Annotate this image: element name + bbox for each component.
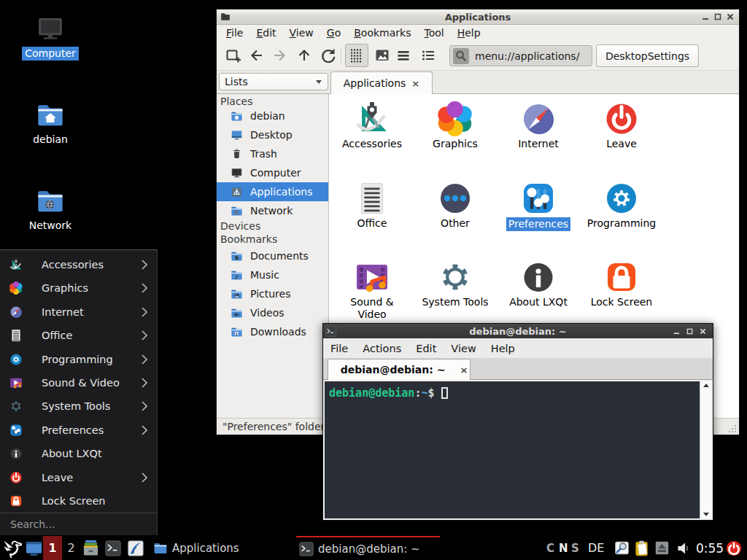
terminal-tab[interactable]: debian@debian: ~ × xyxy=(328,359,471,380)
tray-screenshot-button[interactable] xyxy=(614,536,630,560)
menu-item-system-tools[interactable]: System Tools xyxy=(0,394,157,418)
sidebar-item-downloads[interactable]: Downloads xyxy=(217,322,328,341)
sidebar-item-music[interactable]: Music xyxy=(217,265,328,284)
tab-applications[interactable]: Applications × xyxy=(330,71,433,94)
fm-menu-file[interactable]: File xyxy=(220,26,249,40)
scroll-up-icon[interactable] xyxy=(703,384,709,387)
app-item-accessories[interactable]: Accessories xyxy=(330,98,414,178)
sidebar-item-applications[interactable]: Applications xyxy=(217,182,328,201)
kbd-indicator-num[interactable]: N xyxy=(559,536,568,560)
menu-item-office[interactable]: Office xyxy=(0,324,157,347)
menu-item-graphics[interactable]: Graphics xyxy=(0,276,157,300)
menu-item-internet[interactable]: Internet xyxy=(0,300,157,324)
app-item-leave[interactable]: Leave xyxy=(580,98,663,178)
sidebar-item-trash[interactable]: Trash xyxy=(217,144,328,163)
term-menu-file[interactable]: File xyxy=(323,341,355,357)
desktop-settings-button[interactable]: DesktopSettings xyxy=(596,44,699,67)
tray-removable-media-button[interactable] xyxy=(655,536,669,560)
keyboard-layout-indicator[interactable]: DE xyxy=(588,536,604,560)
desktop-icon-debian[interactable]: debian xyxy=(15,101,85,147)
app-item-graphics[interactable]: Graphics xyxy=(414,98,497,178)
fm-titlebar[interactable]: Applications xyxy=(217,9,739,25)
quicklaunch-featherpad[interactable] xyxy=(128,536,144,560)
app-item-programming[interactable]: Programming xyxy=(580,178,663,257)
path-bar[interactable]: menu://applications/ xyxy=(449,45,592,66)
quicklaunch-file-manager[interactable] xyxy=(82,536,99,560)
desktop-icon-network[interactable]: Network xyxy=(15,187,85,233)
term-menu-actions[interactable]: Actions xyxy=(355,341,409,357)
menu-item-leave[interactable]: Leave xyxy=(0,466,157,489)
menu-item-accessories[interactable]: Accessories xyxy=(0,253,157,276)
up-button[interactable] xyxy=(293,44,315,66)
menu-search-input[interactable]: Search... xyxy=(0,513,157,535)
quicklaunch-terminal[interactable] xyxy=(105,536,121,560)
menu-item-sound-video[interactable]: Sound & Video xyxy=(0,371,157,394)
menu-item-programming[interactable]: Programming xyxy=(0,348,157,371)
sidebar-mode-combo[interactable]: Lists xyxy=(219,73,328,90)
workspace-2-button[interactable]: 2 xyxy=(62,536,80,560)
sidebar-item-network[interactable]: Network xyxy=(217,201,328,220)
about-icon xyxy=(9,447,23,460)
task-button-applications[interactable]: Applications xyxy=(150,536,293,560)
terminal-console[interactable]: debian@debian:~$ xyxy=(325,381,700,518)
close-icon[interactable] xyxy=(727,13,734,20)
start-menu-button[interactable] xyxy=(2,536,22,560)
app-item-internet[interactable]: Internet xyxy=(497,98,580,178)
preferences-icon xyxy=(9,424,23,437)
sidebar-item-pictures[interactable]: Pictures xyxy=(217,284,328,303)
desktop-switcher-icon[interactable] xyxy=(26,536,42,560)
fm-menu-go[interactable]: Go xyxy=(320,26,347,40)
tab-close-icon[interactable]: × xyxy=(460,365,468,376)
workspace-1-button[interactable]: 1 xyxy=(43,536,62,560)
detailed-view-button[interactable] xyxy=(417,44,439,66)
terminal-scrollbar[interactable] xyxy=(700,381,711,518)
app-item-office[interactable]: Office xyxy=(330,178,414,257)
tray-volume-button[interactable] xyxy=(676,536,691,560)
menu-item-lock-screen[interactable]: Lock Screen xyxy=(0,489,157,513)
icon-view-button[interactable] xyxy=(345,44,368,67)
maximize-icon[interactable] xyxy=(686,328,693,335)
term-menu-edit[interactable]: Edit xyxy=(409,341,444,357)
leave-icon xyxy=(9,471,23,484)
refresh-button[interactable] xyxy=(317,44,339,66)
menu-item-preferences[interactable]: Preferences xyxy=(0,419,157,442)
app-item-preferences[interactable]: Preferences xyxy=(497,178,580,257)
term-menu-help[interactable]: Help xyxy=(484,341,522,357)
app-item-other[interactable]: Other xyxy=(414,178,497,257)
sidebar-item-debian[interactable]: debian xyxy=(217,106,328,125)
term-menu-view[interactable]: View xyxy=(444,341,483,357)
taskbar-clock[interactable]: 0:55 xyxy=(696,536,724,560)
thumbnail-view-button[interactable] xyxy=(371,44,393,66)
new-tab-button[interactable] xyxy=(222,44,244,66)
tab-close-icon[interactable]: × xyxy=(411,78,419,89)
fm-menu-help[interactable]: Help xyxy=(451,26,487,40)
maximize-icon[interactable] xyxy=(714,13,721,20)
desktop-icon-computer[interactable]: Computer xyxy=(15,15,85,61)
terminal-titlebar[interactable]: debian@debian: ~ xyxy=(323,324,713,338)
compact-view-button[interactable] xyxy=(392,44,414,66)
sidebar-item-computer[interactable]: Computer xyxy=(217,163,328,182)
taskbar-leave-button[interactable] xyxy=(726,536,742,560)
fm-menu-tool[interactable]: Tool xyxy=(417,26,450,40)
minimize-icon[interactable] xyxy=(702,13,709,20)
prompt-user: debian@debian xyxy=(329,386,414,400)
minimize-icon[interactable] xyxy=(673,328,680,335)
folder-network-icon xyxy=(231,205,243,217)
forward-button[interactable] xyxy=(268,44,290,66)
sidebar-item-videos[interactable]: Videos xyxy=(217,303,328,322)
tray-clipboard-button[interactable] xyxy=(634,536,650,560)
menu-item-about-lxqt[interactable]: About LXQt xyxy=(0,442,157,465)
scroll-down-icon[interactable] xyxy=(703,513,709,516)
lock-screen-icon xyxy=(604,260,639,295)
sidebar-item-documents[interactable]: Documents xyxy=(217,246,328,265)
fm-menu-edit[interactable]: Edit xyxy=(249,26,282,40)
fm-menu-view[interactable]: View xyxy=(283,26,320,40)
task-button-terminal[interactable]: debian@debian: ~ xyxy=(296,536,440,560)
fm-menu-bookmarks[interactable]: Bookmarks xyxy=(347,26,417,40)
resize-grip-icon[interactable] xyxy=(727,424,737,434)
kbd-indicator-scroll[interactable]: S xyxy=(571,536,579,560)
sidebar-item-desktop[interactable]: Desktop xyxy=(217,125,328,144)
back-button[interactable] xyxy=(246,44,268,66)
kbd-indicator-caps[interactable]: C xyxy=(546,536,554,560)
close-icon[interactable] xyxy=(700,328,706,335)
